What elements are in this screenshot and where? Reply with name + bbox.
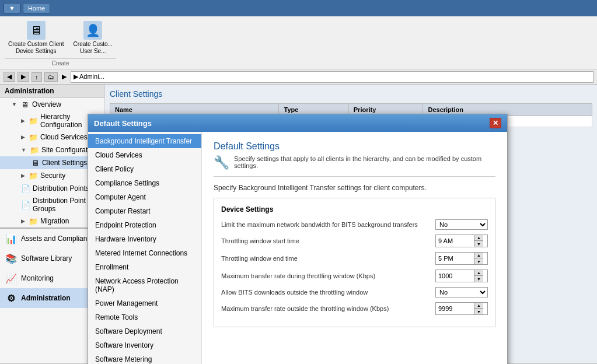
setting-label-5: Maximum transfer rate outside the thrott… (221, 305, 435, 312)
create-user-icon: 👤 (83, 21, 102, 40)
hierarchy-icon: 📁 (29, 116, 38, 125)
dialog-close-btn[interactable]: ✕ (490, 118, 501, 128)
create-custom-client-device-btn[interactable]: 🖥 Create Custom Client Device Settings (5, 19, 68, 57)
dialog: Default Settings ✕ Background Intelligen… (88, 114, 508, 364)
dialog-section-label: Specify Background Intelligent Transfer … (214, 184, 495, 192)
bits-outside-select[interactable]: No Yes (435, 287, 488, 298)
setting-row-1: Throttling window start time ▲ ▼ (221, 235, 488, 247)
back-btn[interactable]: ◀ (4, 72, 15, 82)
migration-icon: 📁 (29, 216, 38, 226)
setting-row-5: Maximum transfer rate outside the thrott… (221, 302, 488, 315)
max-rate-outside-down-btn[interactable]: ▼ (474, 309, 483, 314)
sidebar-label-dist-points: Distribution Points (33, 184, 89, 192)
setting-control-1: ▲ ▼ (435, 235, 488, 247)
setting-control-3: ▲ ▼ (435, 270, 488, 282)
system-menu-btn[interactable]: ▼ (4, 3, 20, 13)
up-btn[interactable]: ↑ (32, 72, 42, 82)
create-custom-user-btn[interactable]: 👤 Create Custo... User Se... (70, 19, 116, 57)
end-time-down-btn[interactable]: ▼ (474, 258, 483, 264)
dialog-nav-nap[interactable]: Network Access Protection (NAP) (88, 274, 201, 296)
dialog-nav-computer-agent[interactable]: Computer Agent (88, 190, 201, 204)
security-icon: 📁 (29, 171, 38, 180)
ribbon: 🖥 Create Custom Client Device Settings 👤… (0, 16, 597, 69)
sidebar-header: Administration (0, 85, 104, 98)
address-text: ▶ Admini... (74, 73, 104, 80)
site-config-icon: 📁 (30, 145, 39, 155)
expand-arrow-cloud: ▶ (21, 134, 25, 140)
start-time-up-btn[interactable]: ▲ (474, 235, 483, 241)
sidebar-item-overview[interactable]: ▼ 🖥 Overview (0, 98, 104, 111)
max-rate-throttle-btns: ▲ ▼ (474, 270, 483, 282)
dialog-nav-computer-restart[interactable]: Computer Restart (88, 204, 201, 218)
start-time-spinner: ▲ ▼ (435, 235, 488, 247)
create-user-btn-label: Create Custo... User Se... (74, 41, 113, 55)
address-field[interactable]: ▶ Admini... (71, 71, 594, 83)
max-rate-outside-btns: ▲ ▼ (474, 303, 483, 314)
dialog-nav-endpoint[interactable]: Endpoint Protection (88, 218, 201, 232)
dialog-nav: Background Intelligent Transfer Cloud Se… (88, 132, 202, 364)
dialog-nav-enrollment[interactable]: Enrollment (88, 260, 201, 274)
forward-btn[interactable]: ▶ (18, 72, 29, 82)
nav-monitoring-label: Monitoring (21, 274, 54, 282)
tree-view-btn[interactable]: 🗂 (44, 72, 58, 82)
setting-label-2: Throttling window end time (221, 255, 435, 262)
administration-icon: ⚙ (5, 292, 18, 304)
content-header: Client Settings (110, 89, 592, 99)
dialog-nav-power[interactable]: Power Management (88, 296, 201, 310)
address-bar: ◀ ▶ ↑ 🗂 ▶ ▶ Admini... (0, 69, 597, 85)
dialog-nav-bits[interactable]: Background Intelligent Transfer (88, 134, 201, 148)
expand-arrow-security: ▶ (21, 173, 25, 178)
start-time-input[interactable] (436, 237, 474, 245)
end-time-up-btn[interactable]: ▲ (474, 253, 483, 258)
start-time-down-btn[interactable]: ▼ (474, 241, 483, 247)
setting-label-1: Throttling window start time (221, 237, 435, 244)
home-tab-btn[interactable]: Home (23, 3, 50, 13)
max-rate-outside-input[interactable] (436, 304, 474, 313)
dialog-nav-compliance[interactable]: Compliance Settings (88, 176, 201, 190)
dialog-subtitle: 🔧 Specify settings that apply to all cli… (214, 155, 495, 177)
dialog-nav-remote[interactable]: Remote Tools (88, 310, 201, 324)
dialog-nav-software-deployment[interactable]: Software Deployment (88, 324, 201, 338)
dialog-nav-software-inventory[interactable]: Software Inventory (88, 338, 201, 352)
dialog-title: Default Settings (94, 119, 152, 128)
nav-assets-label: Assets and Compliance (21, 235, 95, 243)
ribbon-group-label: Create (5, 58, 116, 66)
start-time-spinner-btns: ▲ ▼ (474, 235, 483, 247)
max-rate-throttle-spinner: ▲ ▼ (435, 270, 488, 282)
client-settings-icon: 🖥 (30, 158, 40, 167)
cloud-icon: 📁 (29, 132, 38, 142)
max-rate-throttle-input[interactable] (436, 272, 474, 280)
assets-icon: 📊 (5, 232, 18, 245)
expand-arrow-site: ▼ (21, 147, 26, 153)
dialog-body: Background Intelligent Transfer Cloud Se… (88, 132, 507, 364)
dialog-titlebar: Default Settings ✕ (88, 114, 507, 132)
setting-row-2: Throttling window end time ▲ ▼ (221, 252, 488, 265)
max-rate-outside-up-btn[interactable]: ▲ (474, 303, 483, 309)
dialog-nav-metered[interactable]: Metered Internet Connections (88, 246, 201, 260)
create-device-btn-label: Create Custom Client Device Settings (8, 41, 64, 55)
nav-administration-label: Administration (21, 294, 71, 302)
end-time-spinner-btns: ▲ ▼ (474, 253, 483, 264)
title-bar: ▼ Home (0, 0, 597, 16)
end-time-spinner: ▲ ▼ (435, 252, 488, 265)
device-settings-title: Device Settings (221, 205, 488, 214)
expand-arrow-hierarchy: ▶ (21, 118, 25, 124)
dialog-nav-software-metering[interactable]: Software Metering (88, 352, 201, 364)
dialog-nav-cloud[interactable]: Cloud Services (88, 148, 201, 162)
main-layout: Administration ▼ 🖥 Overview ▶ 📁 Hierarch… (0, 85, 597, 363)
dialog-nav-hardware[interactable]: Hardware Inventory (88, 232, 201, 246)
dialog-content-title: Default Settings (214, 141, 495, 152)
setting-row-3: Maximum transfer rate during throttling … (221, 270, 488, 282)
setting-control-2: ▲ ▼ (435, 252, 488, 265)
sidebar-label-cloud: Cloud Services (40, 133, 88, 141)
max-rate-throttle-down-btn[interactable]: ▼ (474, 276, 483, 282)
path-separator: ▶ (60, 73, 68, 80)
bits-bandwidth-select[interactable]: No Yes (435, 219, 488, 230)
dialog-nav-client-policy[interactable]: Client Policy (88, 162, 201, 176)
ribbon-create-group: 🖥 Create Custom Client Device Settings 👤… (5, 19, 116, 66)
monitoring-icon: 📈 (5, 272, 18, 285)
max-rate-throttle-up-btn[interactable]: ▲ (474, 270, 483, 276)
expand-arrow-migration: ▶ (21, 218, 25, 224)
end-time-input[interactable] (436, 254, 474, 262)
create-device-icon: 🖥 (27, 21, 46, 40)
